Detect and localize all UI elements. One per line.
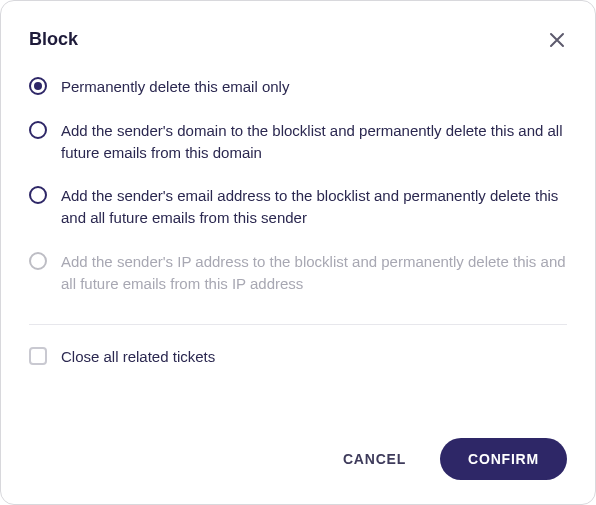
radio-option-block-email-address[interactable]: Add the sender's email address to the bl… [29, 185, 567, 229]
dialog-header: Block [29, 29, 567, 50]
radio-option-block-ip-address: Add the sender's IP address to the block… [29, 251, 567, 295]
radio-icon [29, 77, 47, 95]
radio-option-block-domain[interactable]: Add the sender's domain to the blocklist… [29, 120, 567, 164]
checkbox-icon [29, 347, 47, 365]
block-dialog: Block Permanently delete this email only… [0, 0, 596, 505]
close-tickets-checkbox[interactable]: Close all related tickets [29, 347, 567, 365]
radio-icon [29, 252, 47, 270]
dialog-title: Block [29, 29, 78, 50]
radio-label: Add the sender's email address to the bl… [61, 185, 567, 229]
radio-icon [29, 121, 47, 139]
radio-label: Permanently delete this email only [61, 76, 289, 98]
checkbox-label: Close all related tickets [61, 348, 215, 365]
radio-option-delete-email-only[interactable]: Permanently delete this email only [29, 76, 567, 98]
cancel-button[interactable]: CANCEL [339, 443, 410, 475]
radio-icon [29, 186, 47, 204]
close-icon[interactable] [547, 30, 567, 50]
confirm-button[interactable]: CONFIRM [440, 438, 567, 480]
radio-label: Add the sender's IP address to the block… [61, 251, 567, 295]
block-options-radio-group: Permanently delete this email only Add t… [29, 76, 567, 294]
radio-label: Add the sender's domain to the blocklist… [61, 120, 567, 164]
divider [29, 324, 567, 325]
dialog-footer: CANCEL CONFIRM [29, 438, 567, 480]
